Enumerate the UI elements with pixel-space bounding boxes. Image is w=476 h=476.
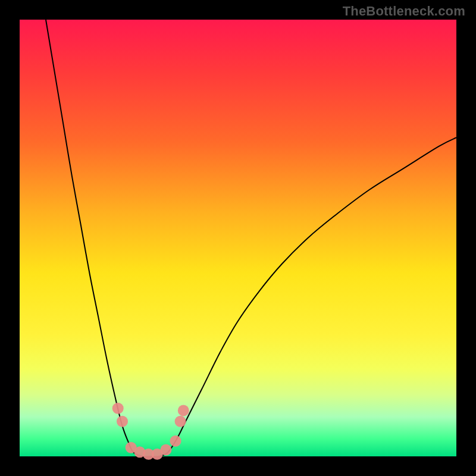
valley-marker <box>117 416 128 427</box>
chart-frame: TheBottleneck.com <box>0 0 476 476</box>
valley-marker <box>112 403 124 414</box>
valley-marker <box>175 416 186 427</box>
bottleneck-curve <box>46 20 456 457</box>
valley-marker <box>178 405 189 416</box>
plot-area <box>20 20 456 456</box>
valley-marker <box>170 436 181 447</box>
watermark-text: TheBottleneck.com <box>343 4 465 19</box>
curve-svg <box>20 20 456 456</box>
valley-marker <box>160 444 171 456</box>
